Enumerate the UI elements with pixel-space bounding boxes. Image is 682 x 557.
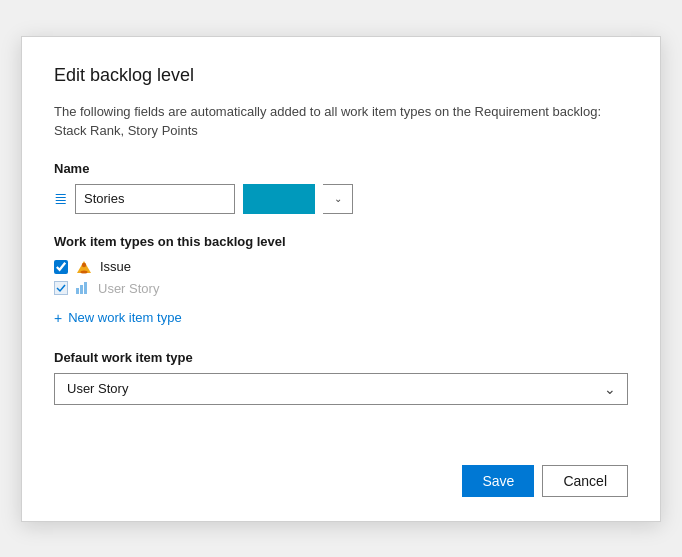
drag-handle-icon: ≣ [54,189,67,208]
color-picker-button[interactable] [243,184,315,214]
work-item-row: Issue [54,259,628,275]
dialog-description: The following fields are automatically a… [54,102,628,141]
plus-icon: + [54,310,62,326]
edit-backlog-dialog: Edit backlog level The following fields … [21,36,661,522]
chevron-down-icon: ⌄ [334,193,342,204]
user-story-icon [76,282,90,294]
svg-point-2 [81,270,88,273]
dialog-footer: Save Cancel [54,405,628,497]
default-work-item-dropdown[interactable]: User Story Issue [54,373,628,405]
issue-checkbox[interactable] [54,260,68,274]
name-section-label: Name [54,161,628,176]
name-input[interactable] [75,184,235,214]
issue-label: Issue [100,259,131,274]
add-new-work-item-link[interactable]: New work item type [68,310,181,325]
name-row: ≣ ⌄ [54,184,628,214]
work-item-types-label: Work item types on this backlog level [54,234,628,249]
svg-point-1 [82,262,86,266]
save-button[interactable]: Save [462,465,534,497]
svg-rect-4 [80,285,83,294]
default-work-item-dropdown-wrapper: User Story Issue [54,373,628,405]
work-item-list: Issue User Story [54,259,628,296]
svg-rect-3 [76,288,79,294]
user-story-label: User Story [98,281,159,296]
dialog-title: Edit backlog level [54,65,628,86]
svg-rect-5 [84,282,87,294]
user-story-checkbox-disabled [54,281,68,295]
color-dropdown-button[interactable]: ⌄ [323,184,353,214]
issue-icon [76,259,92,275]
default-work-item-label: Default work item type [54,350,628,365]
cancel-button[interactable]: Cancel [542,465,628,497]
add-new-work-item-row[interactable]: + New work item type [54,310,628,326]
work-item-row: User Story [54,281,628,296]
